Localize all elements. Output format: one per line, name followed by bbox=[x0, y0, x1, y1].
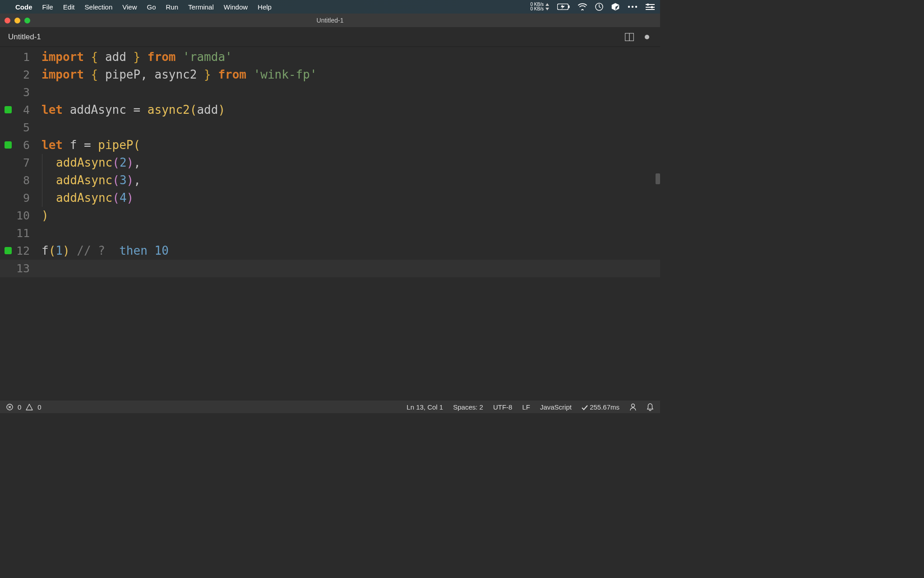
wifi-icon[interactable] bbox=[578, 3, 587, 10]
line-number: 2 bbox=[0, 66, 42, 84]
line-number: 1 bbox=[0, 48, 42, 66]
error-icon[interactable] bbox=[6, 404, 13, 410]
code-line[interactable]: 8addAsync(3), bbox=[0, 172, 660, 189]
code-content: let f = pipeP( bbox=[42, 136, 140, 154]
code-line[interactable]: 4let addAsync = async2(add) bbox=[0, 101, 660, 119]
menu-app-name[interactable]: Code bbox=[15, 3, 32, 11]
up-arrow-icon bbox=[545, 3, 549, 6]
cube-icon[interactable] bbox=[611, 3, 619, 11]
code-content: import { add } from 'ramda' bbox=[42, 48, 232, 66]
eol[interactable]: LF bbox=[522, 403, 530, 411]
tab-bar: Untitled-1 bbox=[0, 27, 660, 47]
window-title: Untitled-1 bbox=[317, 17, 344, 24]
code-line[interactable]: 2import { pipeP, async2 } from 'wink-fp' bbox=[0, 66, 660, 84]
svg-point-9 bbox=[651, 6, 653, 9]
menu-selection[interactable]: Selection bbox=[85, 3, 113, 11]
line-number: 8 bbox=[0, 172, 42, 189]
code-content: addAsync(3), bbox=[42, 172, 141, 189]
check-icon bbox=[582, 405, 588, 410]
window-maximize-button[interactable] bbox=[24, 18, 30, 23]
network-stats: 0 KB/s 0 KB/s bbox=[531, 2, 549, 11]
indent-guide bbox=[42, 189, 56, 207]
line-number: 3 bbox=[0, 84, 42, 101]
svg-point-7 bbox=[647, 4, 649, 6]
code-line[interactable]: 1import { add } from 'ramda' bbox=[0, 48, 660, 66]
code-line[interactable]: 12f(1) // ? then 10 bbox=[0, 242, 660, 260]
svg-point-3 bbox=[628, 6, 630, 8]
tab-label: Untitled-1 bbox=[8, 33, 41, 42]
window-titlebar: Untitled-1 bbox=[0, 14, 660, 27]
cursor-position[interactable]: Ln 13, Col 1 bbox=[407, 403, 443, 411]
clock-icon[interactable] bbox=[595, 3, 603, 11]
line-number: 9 bbox=[0, 189, 42, 207]
language-mode[interactable]: JavaScript bbox=[540, 403, 572, 411]
menu-view[interactable]: View bbox=[122, 3, 137, 11]
account-icon[interactable] bbox=[629, 403, 637, 411]
warning-icon[interactable] bbox=[26, 404, 33, 410]
code-line[interactable]: 5 bbox=[0, 119, 660, 136]
line-number: 5 bbox=[0, 119, 42, 136]
line-number: 13 bbox=[0, 260, 42, 277]
code-line[interactable]: 6let f = pipeP( bbox=[0, 136, 660, 154]
indent-guide bbox=[42, 172, 56, 189]
code-content: import { pipeP, async2 } from 'wink-fp' bbox=[42, 66, 317, 84]
code-content: addAsync(4) bbox=[42, 189, 134, 207]
window-minimize-button[interactable] bbox=[14, 18, 20, 23]
menu-file[interactable]: File bbox=[42, 3, 53, 11]
code-line[interactable]: 13 bbox=[0, 260, 660, 277]
indent-setting[interactable]: Spaces: 2 bbox=[453, 403, 483, 411]
split-editor-icon[interactable] bbox=[625, 33, 634, 41]
gutter-marker[interactable] bbox=[5, 247, 12, 254]
error-count[interactable]: 0 bbox=[18, 403, 21, 411]
tab-untitled-1[interactable]: Untitled-1 bbox=[0, 27, 49, 47]
menu-terminal[interactable]: Terminal bbox=[188, 3, 214, 11]
quokka-timing[interactable]: 255.67ms bbox=[582, 403, 619, 411]
code-line[interactable]: 7addAsync(2), bbox=[0, 154, 660, 172]
menu-help[interactable]: Help bbox=[258, 3, 272, 11]
menu-go[interactable]: Go bbox=[147, 3, 156, 11]
code-line[interactable]: 11 bbox=[0, 224, 660, 242]
scrollbar-thumb[interactable] bbox=[656, 173, 660, 184]
gutter-marker[interactable] bbox=[5, 141, 12, 149]
code-editor[interactable]: 1import { add } from 'ramda'2import { pi… bbox=[0, 47, 660, 401]
svg-rect-1 bbox=[568, 5, 570, 8]
indent-guide bbox=[42, 154, 56, 172]
code-content: addAsync(2), bbox=[42, 154, 141, 172]
code-content: ) bbox=[42, 207, 49, 224]
gutter-marker[interactable] bbox=[5, 106, 12, 113]
warning-count[interactable]: 0 bbox=[37, 403, 41, 411]
down-arrow-icon bbox=[545, 8, 549, 10]
code-line[interactable]: 9addAsync(4) bbox=[0, 189, 660, 207]
code-line[interactable]: 10) bbox=[0, 207, 660, 224]
control-center-icon[interactable] bbox=[646, 4, 655, 10]
line-number: 7 bbox=[0, 154, 42, 172]
window-close-button[interactable] bbox=[5, 18, 10, 23]
menu-window[interactable]: Window bbox=[224, 3, 248, 11]
tab-dirty-indicator[interactable] bbox=[645, 35, 649, 39]
code-line[interactable]: 3 bbox=[0, 84, 660, 101]
bell-icon[interactable] bbox=[647, 403, 654, 411]
menu-edit[interactable]: Edit bbox=[63, 3, 75, 11]
more-icon[interactable] bbox=[628, 5, 638, 8]
svg-point-5 bbox=[635, 6, 637, 8]
svg-point-14 bbox=[632, 404, 635, 407]
status-bar: 0 0 Ln 13, Col 1 Spaces: 2 UTF-8 LF Java… bbox=[0, 401, 660, 413]
mac-menubar: Code File Edit Selection View Go Run Ter… bbox=[0, 0, 660, 14]
net-down: 0 KB/s bbox=[531, 7, 544, 11]
encoding[interactable]: UTF-8 bbox=[493, 403, 513, 411]
menu-run[interactable]: Run bbox=[166, 3, 179, 11]
code-content: f(1) // ? then 10 bbox=[42, 242, 169, 260]
battery-icon[interactable] bbox=[557, 4, 570, 10]
code-content: let addAsync = async2(add) bbox=[42, 101, 225, 119]
line-number: 11 bbox=[0, 224, 42, 242]
svg-point-4 bbox=[632, 6, 633, 8]
line-number: 10 bbox=[0, 207, 42, 224]
